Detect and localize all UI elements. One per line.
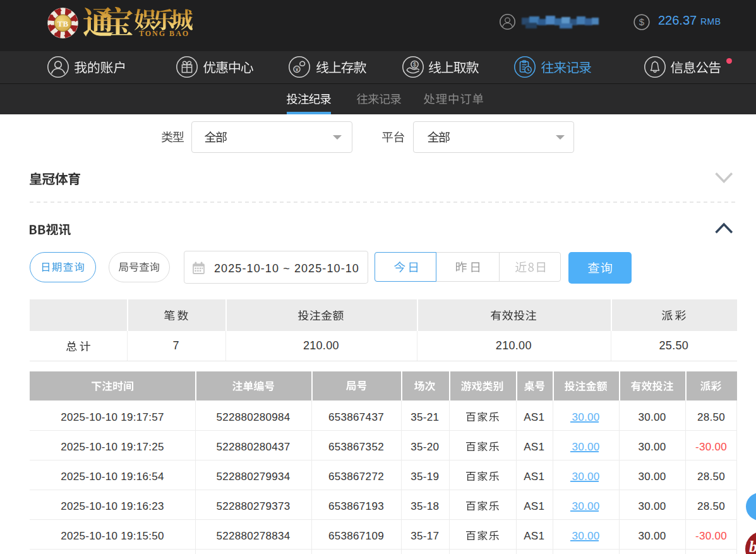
svg-text:$: $ [639,16,645,27]
svg-text:$: $ [413,61,417,68]
svg-text:¥: ¥ [295,66,299,73]
svg-text:TB: TB [57,19,69,28]
